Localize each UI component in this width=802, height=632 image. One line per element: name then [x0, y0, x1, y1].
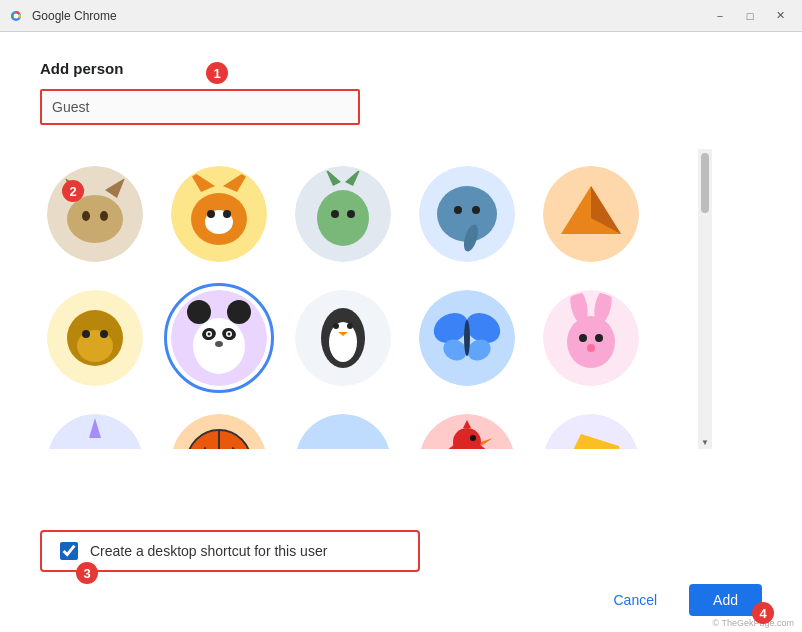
avatar-item-panda[interactable]	[164, 283, 274, 393]
dialog-buttons: Cancel Add	[593, 584, 762, 616]
avatar-item-rabbit[interactable]	[536, 283, 646, 393]
annotation-badge-1: 1	[206, 62, 228, 84]
desktop-shortcut-label[interactable]: Create a desktop shortcut for this user	[90, 543, 327, 559]
minimize-button[interactable]: −	[706, 5, 734, 27]
close-button[interactable]: ✕	[766, 5, 794, 27]
chrome-logo-icon	[8, 8, 24, 24]
window-title: Google Chrome	[32, 9, 117, 23]
annotation-badge-4: 4	[752, 602, 774, 624]
titlebar-left: Google Chrome	[8, 8, 117, 24]
avatar-item-penguin[interactable]	[288, 283, 398, 393]
scrollbar-thumb[interactable]	[701, 153, 709, 213]
desktop-shortcut-checkbox[interactable]	[60, 542, 78, 560]
avatar-item-origami-animal[interactable]	[536, 159, 646, 269]
add-person-label: Add person	[40, 60, 762, 77]
avatar-item-fox[interactable]	[164, 159, 274, 269]
titlebar: Google Chrome − □ ✕	[0, 0, 802, 32]
person-name-input[interactable]	[40, 89, 360, 125]
avatar-item-basketball[interactable]	[164, 407, 274, 449]
avatar-item-bicycle[interactable]	[288, 407, 398, 449]
avatar-grid	[40, 149, 690, 449]
avatar-item-unicorn[interactable]	[40, 407, 150, 449]
avatar-item-butterfly[interactable]	[412, 283, 522, 393]
dialog-main: 1 Add person ▲ ▼ 2 Create a desktop shor…	[0, 32, 802, 632]
annotation-badge-2: 2	[62, 180, 84, 202]
svg-point-1	[14, 13, 19, 18]
avatar-section: ▲ ▼	[40, 149, 762, 449]
avatar-item-elephant[interactable]	[412, 159, 522, 269]
maximize-button[interactable]: □	[736, 5, 764, 27]
avatar-scrollbar[interactable]: ▲ ▼	[698, 149, 712, 449]
avatar-item-cheese[interactable]	[536, 407, 646, 449]
desktop-shortcut-area: Create a desktop shortcut for this user	[40, 530, 420, 572]
titlebar-controls: − □ ✕	[706, 5, 794, 27]
cancel-button[interactable]: Cancel	[593, 584, 677, 616]
avatar-item-cat[interactable]	[40, 159, 150, 269]
scrollbar-down-arrow[interactable]: ▼	[698, 435, 712, 449]
avatar-item-bird[interactable]	[412, 407, 522, 449]
avatar-item-monkey[interactable]	[40, 283, 150, 393]
avatar-item-dragon[interactable]	[288, 159, 398, 269]
annotation-badge-3: 3	[76, 562, 98, 584]
avatar-grid-wrapper	[40, 149, 690, 449]
